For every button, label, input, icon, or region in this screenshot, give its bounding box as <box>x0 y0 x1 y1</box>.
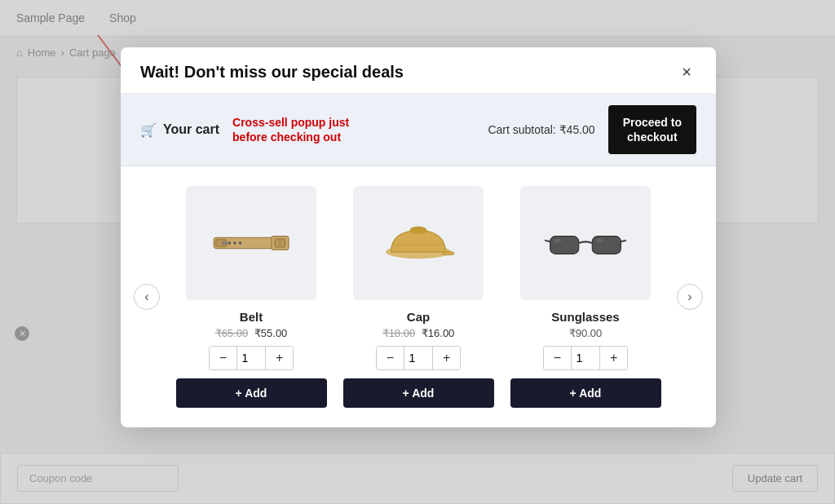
cart-icon-label: 🛒 Your cart <box>140 122 219 138</box>
modal-cart-bar: 🛒 Your cart Cross-sell popup justbefore … <box>121 94 716 166</box>
cap-old-price: ₹18.00 <box>382 327 416 339</box>
cap-prices: ₹18.00 ₹16.00 <box>382 327 455 339</box>
svg-point-12 <box>410 227 426 233</box>
belt-qty-decrease[interactable]: − <box>210 347 236 369</box>
belt-qty-control: − + <box>209 346 294 370</box>
sunglasses-image <box>520 186 651 300</box>
svg-rect-4 <box>223 242 227 245</box>
cap-qty-increase[interactable]: + <box>433 347 460 369</box>
cap-qty-control: − + <box>376 346 462 370</box>
product-card-cap: Cap ₹18.00 ₹16.00 − + + Add <box>343 186 494 408</box>
modal-header: Wait! Don't miss our special deals × <box>121 47 716 94</box>
belt-qty-increase[interactable]: + <box>266 347 293 369</box>
svg-rect-19 <box>596 239 603 242</box>
svg-rect-18 <box>554 239 561 242</box>
your-cart-label: Your cart <box>163 122 219 137</box>
sunglasses-qty-control: − + <box>543 346 629 370</box>
svg-line-16 <box>545 241 550 242</box>
svg-point-7 <box>239 242 241 245</box>
belt-name: Belt <box>240 310 263 324</box>
belt-new-price: ₹55.00 <box>254 327 288 339</box>
cap-qty-decrease[interactable]: − <box>377 347 404 369</box>
belt-add-button[interactable]: + Add <box>176 378 327 408</box>
belt-old-price: ₹65.00 <box>215 327 249 339</box>
modal-title: Wait! Don't miss our special deals <box>140 63 404 82</box>
cart-subtotal: Cart subtotal: ₹45.00 <box>488 123 594 136</box>
svg-line-17 <box>621 241 626 242</box>
product-card-sunglasses: Sunglasses ₹90.00 − + + Add <box>510 186 661 408</box>
svg-rect-15 <box>592 237 621 254</box>
cart-icon: 🛒 <box>140 122 157 138</box>
products-grid: Belt ₹65.00 ₹55.00 − + + Add <box>160 186 677 408</box>
modal-products-area: ‹ <box>121 166 716 427</box>
svg-point-6 <box>233 242 236 245</box>
belt-qty-input[interactable] <box>236 347 266 369</box>
sunglasses-add-button[interactable]: + Add <box>510 378 661 408</box>
modal-dialog: Wait! Don't miss our special deals × 🛒 Y… <box>121 47 716 427</box>
svg-rect-14 <box>550 237 579 254</box>
cap-add-button[interactable]: + Add <box>343 378 494 408</box>
sunglasses-name: Sunglasses <box>551 310 619 324</box>
product-card-belt: Belt ₹65.00 ₹55.00 − + + Add <box>176 186 327 408</box>
sunglasses-prices: ₹90.00 <box>569 327 603 339</box>
cap-qty-input[interactable] <box>404 347 433 369</box>
sunglasses-qty-input[interactable] <box>571 347 600 369</box>
svg-point-5 <box>228 242 231 245</box>
cap-new-price: ₹16.00 <box>422 327 455 339</box>
sunglasses-qty-decrease[interactable]: − <box>544 347 571 369</box>
belt-image <box>186 186 316 300</box>
belt-prices: ₹65.00 ₹55.00 <box>215 327 288 339</box>
sunglasses-qty-increase[interactable]: + <box>600 347 627 369</box>
crosssell-label: Cross-sell popup justbefore checking out <box>232 115 475 144</box>
modal-close-button[interactable]: × <box>677 62 696 82</box>
proceed-to-checkout-button[interactable]: Proceed tocheckout <box>608 105 696 154</box>
cap-image <box>353 186 484 300</box>
prev-arrow-button[interactable]: ‹ <box>134 284 160 310</box>
sunglasses-price: ₹90.00 <box>569 327 603 339</box>
cap-name: Cap <box>407 310 430 324</box>
next-arrow-button[interactable]: › <box>677 284 703 310</box>
